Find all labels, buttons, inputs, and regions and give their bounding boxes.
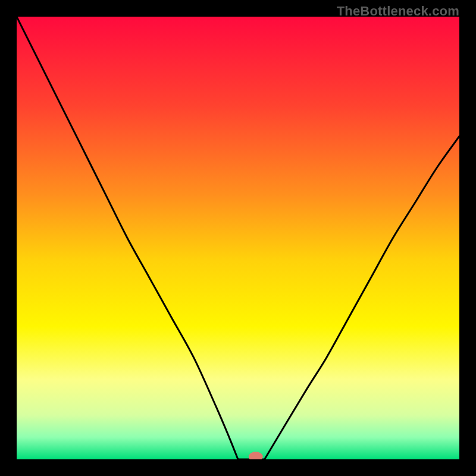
plot-area <box>17 17 459 459</box>
chart-frame: TheBottleneck.com <box>0 0 476 476</box>
bottleneck-chart <box>17 17 459 459</box>
